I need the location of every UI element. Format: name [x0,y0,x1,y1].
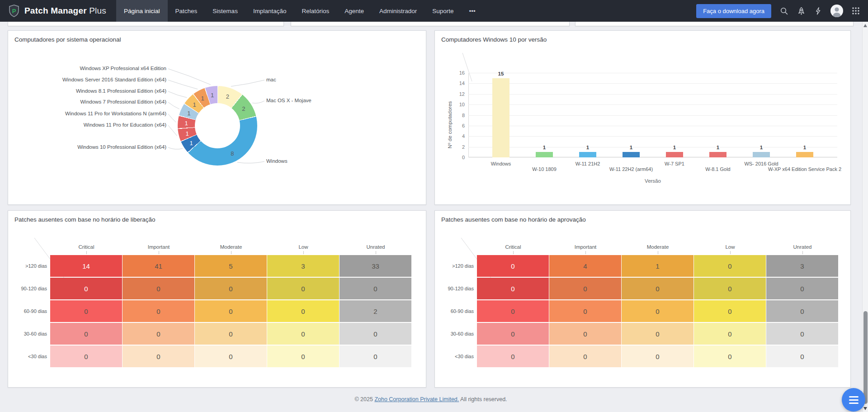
heatmap-cell[interactable]: 0 [123,278,194,299]
heatmap-row-label: 30-60 dias [11,331,47,336]
bar[interactable] [536,152,553,157]
bar[interactable] [492,78,509,157]
heatmap-col-header: Moderate [195,244,267,250]
nav-item[interactable]: Agente [337,0,372,22]
heatmap-row-label: 90-120 dias [11,286,47,291]
heatmap-cell[interactable]: 0 [694,300,766,322]
nav-menu: Página inicialPatchesSistemasImplantação… [116,0,483,22]
bar-value-label: 1 [586,145,589,150]
heatmap-cell[interactable]: 0 [195,346,267,367]
heatmap-cell[interactable]: 0 [694,346,766,367]
heatmap-cell[interactable]: 0 [195,300,267,322]
gridline [468,104,837,105]
heatmap-cell[interactable]: 0 [549,323,621,345]
heatmap-cell[interactable]: 0 [622,346,693,367]
heatmap-cell[interactable]: 0 [477,346,549,367]
heatmap-cell[interactable]: 0 [766,323,838,345]
bar-value-label: 15 [498,71,504,76]
heatmap-cell[interactable]: 0 [694,278,766,299]
heatmap-cell[interactable]: 0 [267,278,339,299]
lightning-icon[interactable] [814,7,822,15]
nav-item[interactable]: Sistemas [205,0,245,22]
nav-item[interactable]: Administrador [372,0,425,22]
y-axis-tick-label: 10 [451,102,465,107]
heatmap-cell[interactable]: 0 [694,323,766,345]
heatmap-cell[interactable]: 0 [123,323,194,345]
bar[interactable] [753,152,770,157]
heatmap-cell[interactable]: 0 [766,300,838,322]
heatmap-cell[interactable]: 0 [195,323,267,345]
nav-item[interactable]: Página inicial [116,0,168,22]
apps-grid-icon[interactable] [852,7,860,15]
nav-item[interactable]: ••• [462,0,483,22]
heatmap-cell[interactable]: 0 [267,346,339,367]
heatmap-cell[interactable]: 5 [195,255,267,277]
x-axis-label: W-11 21H2 [576,161,600,166]
heatmap-cell[interactable]: 0 [50,323,122,345]
heatmap-cell[interactable]: 0 [50,278,122,299]
scroll-up-arrow[interactable] [863,24,867,27]
heatmap-cell[interactable]: 0 [477,323,549,345]
scroll-down-arrow[interactable] [863,407,867,410]
donut-value-label: 1 [211,91,214,98]
heatmap-cell[interactable]: 0 [622,278,693,299]
heatmap-cell[interactable]: 0 [622,323,693,345]
heatmap-cell[interactable]: 0 [195,278,267,299]
floating-menu-button[interactable] [842,388,865,412]
heatmap-cell[interactable]: 0 [477,300,549,322]
nav-item[interactable]: Patches [168,0,205,22]
heatmap-cell[interactable]: 0 [267,300,339,322]
scrollbar[interactable] [862,22,868,412]
heatmap-cell[interactable]: 4 [549,255,621,277]
heatmap-cell[interactable]: 0 [50,300,122,322]
heatmap-row-label: 60-90 dias [11,308,47,314]
heatmap-cell[interactable]: 2 [340,300,411,322]
donut-segment-label: Windows XP Professional x64 Edition [13,66,166,71]
heatmap-cell[interactable]: 0 [766,278,838,299]
heatmap-cell[interactable]: 0 [549,300,621,322]
panel-title-win10-bars: Computadores Windows 10 por versão [441,36,547,43]
bar[interactable] [796,152,813,157]
heatmap-cell[interactable]: 0 [477,278,549,299]
heatmap-cell[interactable]: 14 [50,255,122,277]
heatmap-cell[interactable]: 0 [123,300,194,322]
heatmap-cell[interactable]: 0 [766,346,838,367]
heatmap-cell[interactable]: 0 [267,323,339,345]
nav-item[interactable]: Relatórios [294,0,337,22]
x-axis-title: Versão [645,178,661,184]
heatmap-cell[interactable]: 0 [340,323,411,345]
donut-segment-label: Windows [266,158,288,164]
bar[interactable] [709,152,726,157]
nav-item[interactable]: Implantação [245,0,294,22]
heatmap-cell[interactable]: 0 [694,255,766,277]
heatmap-cell[interactable]: 0 [622,300,693,322]
bar[interactable] [623,152,640,157]
panel-release-heatmap: Patches ausentes com base no horário de … [8,210,426,388]
heatmap-cell[interactable]: 1 [622,255,693,277]
panel-title-release-heatmap: Patches ausentes com base no horário de … [14,216,155,223]
user-avatar[interactable] [830,5,843,17]
search-icon[interactable] [780,7,788,15]
heatmap-col-tick [730,251,731,254]
heatmap-row-label: 90-120 dias [438,286,474,291]
gridline [468,126,837,126]
heatmap-cell[interactable]: 0 [477,255,549,277]
bar[interactable] [666,152,683,157]
nav-item[interactable]: Suporte [425,0,461,22]
heatmap-cell[interactable]: 3 [267,255,339,277]
download-button[interactable]: Faça o download agora [696,4,771,18]
heatmap-cell[interactable]: 41 [123,255,194,277]
zoho-link[interactable]: Zoho Corporation Private Limited. [374,396,459,403]
heatmap-cell[interactable]: 0 [123,346,194,367]
heatmap-cell[interactable]: 0 [340,278,411,299]
heatmap-cell[interactable]: 0 [549,278,621,299]
bar[interactable] [579,152,596,157]
heatmap-cell[interactable]: 3 [766,255,838,277]
heatmap-cell[interactable]: 0 [549,346,621,367]
heatmap-cell[interactable]: 0 [50,346,122,367]
scrollbar-thumb[interactable] [863,311,868,404]
heatmap-cell[interactable]: 33 [340,255,411,277]
rocket-icon[interactable] [797,7,806,15]
brand-logo[interactable]: P Patch Manager Plus [0,5,116,17]
heatmap-cell[interactable]: 0 [340,346,411,367]
